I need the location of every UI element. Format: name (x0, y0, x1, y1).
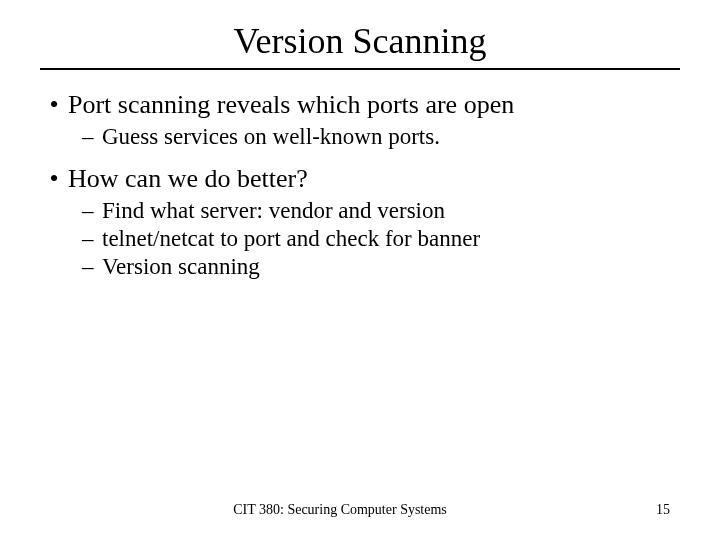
dash-marker: – (82, 226, 102, 252)
bullet-text: Port scanning reveals which ports are op… (68, 90, 514, 120)
dash-marker: – (82, 254, 102, 280)
bullet-text: Guess services on well-known ports. (102, 124, 440, 150)
footer-page-number: 15 (630, 502, 670, 518)
bullet-level1: • How can we do better? (40, 164, 680, 194)
bullet-marker: • (40, 164, 68, 194)
bullet-text: Version scanning (102, 254, 260, 280)
bullet-level2: – Guess services on well-known ports. (82, 124, 680, 150)
bullet-level1: • Port scanning reveals which ports are … (40, 90, 680, 120)
bullet-level2: – Find what server: vendor and version (82, 198, 680, 224)
bullet-text: telnet/netcat to port and check for bann… (102, 226, 480, 252)
bullet-text: Find what server: vendor and version (102, 198, 445, 224)
dash-marker: – (82, 198, 102, 224)
bullet-text: How can we do better? (68, 164, 308, 194)
footer-course: CIT 380: Securing Computer Systems (50, 502, 630, 518)
bullet-level2: – Version scanning (82, 254, 680, 280)
title-underline (40, 68, 680, 70)
dash-marker: – (82, 124, 102, 150)
bullet-marker: • (40, 90, 68, 120)
slide-body: • Port scanning reveals which ports are … (0, 90, 720, 280)
slide-title: Version Scanning (0, 0, 720, 68)
bullet-level2: – telnet/netcat to port and check for ba… (82, 226, 680, 252)
slide-footer: CIT 380: Securing Computer Systems 15 (0, 502, 720, 518)
